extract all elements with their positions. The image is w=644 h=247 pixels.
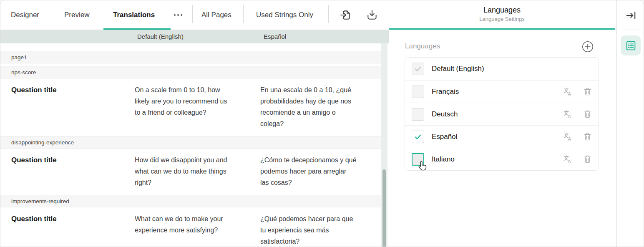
language-row-deutsch: Deutsch A	[405, 103, 599, 125]
property-grid-icon[interactable]	[621, 35, 641, 55]
group-row-page1: page1	[0, 51, 381, 63]
table-scrollbar-thumb[interactable]	[382, 169, 386, 247]
import-from-file-icon[interactable]	[340, 9, 352, 21]
tab-designer[interactable]: Designer	[11, 0, 39, 30]
language-list: Default (English) Français A	[405, 57, 599, 171]
survey-creator-app: Designer Preview Translations All Pages …	[0, 0, 644, 247]
translation-table-header: Default (English) Español	[0, 30, 389, 43]
language-label: Français	[432, 88, 563, 96]
column-header-default-english: Default (English)	[137, 30, 184, 43]
language-label: Español	[432, 133, 563, 141]
side-toolbar-divider	[622, 30, 640, 30]
svg-text:A: A	[568, 114, 571, 119]
translation-cell-spanish[interactable]: ¿Cómo te decepcionamos y qué podemos hac…	[260, 154, 381, 188]
machine-translate-icon[interactable]: A	[563, 87, 573, 96]
more-tabs-icon[interactable]	[174, 0, 182, 30]
all-pages-dropdown[interactable]: All Pages	[201, 0, 231, 30]
checkbox-deutsch[interactable]	[412, 108, 424, 121]
svg-text:A: A	[568, 159, 571, 164]
collapse-panel-icon[interactable]	[626, 10, 636, 21]
machine-translate-icon[interactable]: A	[563, 132, 573, 141]
download-file-icon[interactable]	[366, 9, 378, 21]
machine-translate-icon[interactable]: A	[563, 154, 573, 164]
language-label: Italiano	[432, 155, 563, 164]
checkbox-default-english	[412, 63, 424, 75]
language-row-francais: Français A	[405, 80, 599, 103]
group-row-nps-score: nps-score	[0, 66, 381, 78]
svg-text:A: A	[568, 136, 571, 141]
string-label: Question title	[0, 154, 135, 188]
group-label: improvements-required	[11, 198, 69, 204]
plus-circle-icon[interactable]	[582, 41, 594, 53]
language-row-espanol: Español A	[405, 125, 599, 148]
translation-cell-english[interactable]: On a scale from 0 to 10, how likely are …	[135, 84, 260, 129]
translation-row: Question title What can we do to make yo…	[0, 207, 381, 247]
group-label: disappointing-experience	[11, 139, 74, 146]
group-label: nps-score	[11, 69, 36, 76]
checkbox-italiano[interactable]	[412, 153, 424, 166]
toolbar-separator	[192, 5, 193, 23]
tab-translations[interactable]: Translations	[113, 0, 155, 30]
languages-section-label: Languages	[405, 42, 440, 50]
language-label: Deutsch	[432, 110, 563, 118]
panel-header: Languages Language Settings	[389, 0, 615, 30]
checkbox-francais[interactable]	[412, 86, 424, 98]
translation-row: Question title How did we disappoint you…	[0, 149, 381, 195]
trash-icon[interactable]	[583, 109, 592, 119]
translation-cell-english[interactable]: How did we disappoint you and what can w…	[135, 154, 260, 188]
translation-cell-english[interactable]: What can we do to make your experience m…	[135, 213, 260, 247]
panel-title: Languages	[389, 6, 615, 15]
group-label: page1	[11, 54, 27, 60]
translation-cell-spanish[interactable]: En una escala de 0 a 10, ¿qué probabilid…	[260, 84, 381, 129]
svg-text:A: A	[568, 91, 571, 96]
toolbar-separator	[328, 5, 329, 23]
trash-icon[interactable]	[583, 132, 592, 141]
string-label: Question title	[0, 84, 135, 129]
checkbox-espanol[interactable]	[412, 131, 424, 143]
language-settings-panel: Languages Language Settings Languages De…	[389, 0, 616, 247]
string-label: Question title	[0, 213, 135, 247]
side-toolbar	[616, 0, 644, 247]
used-strings-dropdown[interactable]: Used Strings Only	[256, 0, 313, 30]
language-label: Default (English)	[432, 65, 592, 73]
language-row-italiano: Italiano A	[405, 148, 599, 170]
table-scrollbar-track[interactable]	[381, 43, 387, 247]
language-row-default: Default (English)	[405, 58, 599, 80]
column-header-espanol: Español	[264, 30, 286, 43]
translation-table: page1 nps-score Question title On a scal…	[0, 43, 381, 247]
translation-row: Question title On a scale from 0 to 10, …	[0, 78, 381, 136]
trash-icon[interactable]	[583, 154, 592, 164]
panel-subtitle: Language Settings	[389, 16, 615, 22]
trash-icon[interactable]	[583, 87, 592, 96]
group-row-improvements-required: improvements-required	[0, 195, 381, 207]
tab-preview[interactable]: Preview	[64, 0, 89, 30]
translation-cell-spanish[interactable]: ¿Qué podemos hacer para que tu experienc…	[260, 213, 381, 247]
toolbar-separator	[243, 5, 244, 23]
group-row-disappointing-experience: disappointing-experience	[0, 136, 381, 149]
machine-translate-icon[interactable]: A	[563, 109, 573, 119]
translations-toolbar: Designer Preview Translations All Pages …	[0, 0, 389, 30]
